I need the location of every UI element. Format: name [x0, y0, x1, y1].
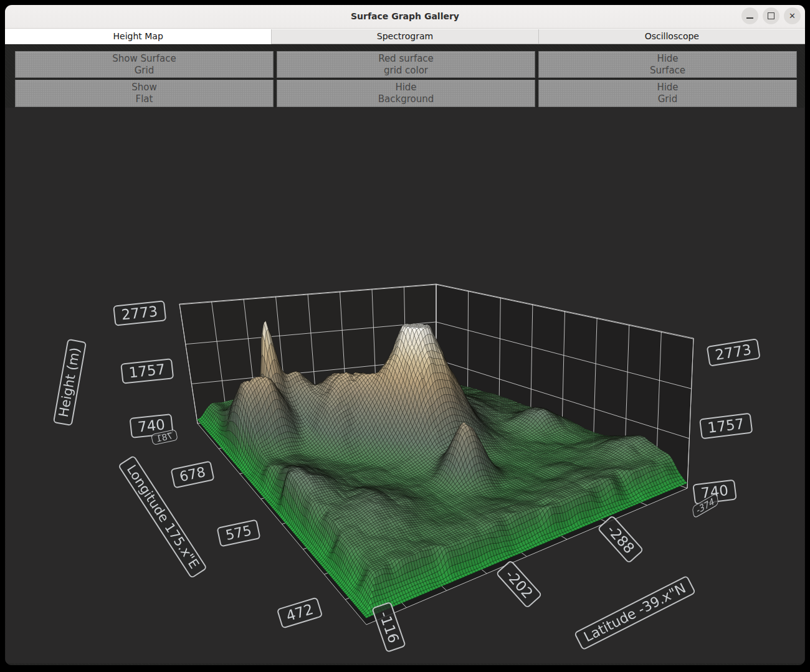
- tab-height-map[interactable]: Height Map: [5, 29, 271, 44]
- button-label: grid color: [277, 65, 535, 77]
- titlebar[interactable]: Surface Graph Gallery ✕: [5, 5, 805, 29]
- close-icon: ✕: [789, 12, 796, 20]
- button-label: Hide: [277, 82, 535, 93]
- button-label: Red surface: [277, 53, 535, 65]
- tab-oscilloscope[interactable]: Oscilloscope: [538, 29, 805, 44]
- button-label: Show: [16, 82, 273, 93]
- button-label: Show Surface: [16, 53, 273, 65]
- surface-3d-chart[interactable]: [6, 108, 804, 663]
- close-button[interactable]: ✕: [784, 7, 801, 24]
- maximize-button[interactable]: [763, 7, 779, 24]
- minimize-button[interactable]: [741, 7, 758, 24]
- button-label: Background: [277, 93, 535, 105]
- toggle-background-button[interactable]: Hide Background: [277, 80, 535, 107]
- tab-spectrogram[interactable]: Spectrogram: [271, 29, 538, 44]
- toggle-surface-button[interactable]: Hide Surface: [538, 51, 797, 78]
- minimize-icon: [746, 17, 753, 19]
- toggle-surface-grid-button[interactable]: Show Surface Grid: [15, 51, 274, 78]
- toggle-grid-button[interactable]: Hide Grid: [538, 80, 797, 107]
- window-title: Surface Graph Gallery: [5, 5, 805, 28]
- maximize-icon: [768, 12, 774, 19]
- surface-grid-color-button[interactable]: Red surface grid color: [277, 51, 535, 78]
- button-label: Grid: [539, 93, 796, 105]
- button-label: Grid: [16, 65, 273, 77]
- button-label: Hide: [539, 82, 796, 93]
- button-label: Flat: [16, 93, 273, 105]
- height-map-panel: Show Surface Grid Red surface grid color…: [5, 44, 805, 665]
- screen: Surface Graph Gallery ✕ Height Map Spect…: [0, 0, 810, 672]
- tab-bar: Height Map Spectrogram Oscilloscope: [5, 29, 805, 44]
- toggle-flat-shading-button[interactable]: Show Flat: [15, 80, 274, 107]
- button-label: Surface: [539, 65, 796, 77]
- button-label: Hide: [539, 53, 796, 65]
- app-window: Surface Graph Gallery ✕ Height Map Spect…: [5, 5, 805, 665]
